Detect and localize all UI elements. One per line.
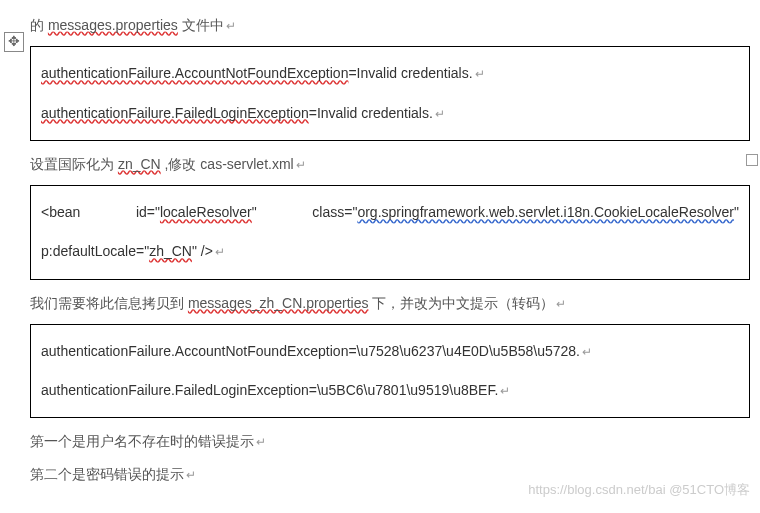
pilcrow-icon: ↵: [556, 297, 566, 311]
footer-para-1: 第一个是用户名不存在时的错误提示↵: [30, 430, 750, 452]
bean-l2a: p:defaultLocale=": [41, 243, 149, 259]
filename-zh: messages_zh_CN.properties: [188, 295, 369, 311]
bean-t1: " class=": [252, 204, 358, 220]
pilcrow-icon: ↵: [296, 158, 306, 172]
bean-l2b: " />: [192, 243, 213, 259]
i18n-t2: ,修改 cas-servlet.xml: [161, 156, 294, 172]
bean-t2: ": [734, 204, 739, 220]
copy-t2: 下，并改为中文提示（转码）: [368, 295, 554, 311]
bean-id: localeResolver: [160, 204, 252, 220]
pilcrow-icon: ↵: [186, 468, 196, 482]
unicode-line-2: authenticationFailure.FailedLoginExcepti…: [41, 382, 498, 398]
code-box-1: authenticationFailure.AccountNotFoundExc…: [30, 46, 750, 140]
code-box-2: <bean id="localeResolver" class="org.spr…: [30, 185, 750, 279]
footer-text-1: 第一个是用户名不存在时的错误提示: [30, 433, 254, 449]
intro-suffix: 文件中: [178, 17, 224, 33]
pilcrow-icon: ↵: [500, 384, 510, 398]
prop-val-2: =Invalid credentials.: [309, 105, 433, 121]
pilcrow-icon: ↵: [435, 107, 445, 121]
prop-key-1: authenticationFailure.AccountNotFoundExc…: [41, 65, 348, 81]
code-box-3: authenticationFailure.AccountNotFoundExc…: [30, 324, 750, 418]
intro-line: 的 messages.properties 文件中↵: [30, 14, 750, 36]
filename-messages: messages.properties: [48, 17, 178, 33]
bean-t0: <bean id=": [41, 204, 160, 220]
locale-text: zn_CN: [118, 156, 161, 172]
copy-line: 我们需要将此信息拷贝到 messages_zh_CN.properties 下，…: [30, 292, 750, 314]
watermark-text: https://blog.csdn.net/bai @51CTO博客: [528, 481, 750, 499]
move-handle-icon[interactable]: ✥: [4, 32, 24, 52]
pilcrow-icon: ↵: [226, 19, 236, 33]
prop-val-1: =Invalid credentials.: [348, 65, 472, 81]
pilcrow-icon: ↵: [475, 67, 485, 81]
i18n-t1: 设置国际化为: [30, 156, 118, 172]
pilcrow-icon: ↵: [215, 245, 225, 259]
copy-t1: 我们需要将此信息拷贝到: [30, 295, 188, 311]
prop-key-2: authenticationFailure.FailedLoginExcepti…: [41, 105, 309, 121]
resize-handle-icon[interactable]: [746, 154, 758, 166]
intro-prefix: 的: [30, 17, 48, 33]
bean-locale: zh_CN: [149, 243, 192, 259]
pilcrow-icon: ↵: [256, 435, 266, 449]
i18n-line: 设置国际化为 zn_CN ,修改 cas-servlet.xml↵: [30, 153, 750, 175]
pilcrow-icon: ↵: [582, 345, 592, 359]
bean-class: org.springframework.web.servlet.i18n.Coo…: [357, 204, 734, 220]
footer-text-2: 第二个是密码错误的提示: [30, 466, 184, 482]
unicode-line-1: authenticationFailure.AccountNotFoundExc…: [41, 343, 580, 359]
